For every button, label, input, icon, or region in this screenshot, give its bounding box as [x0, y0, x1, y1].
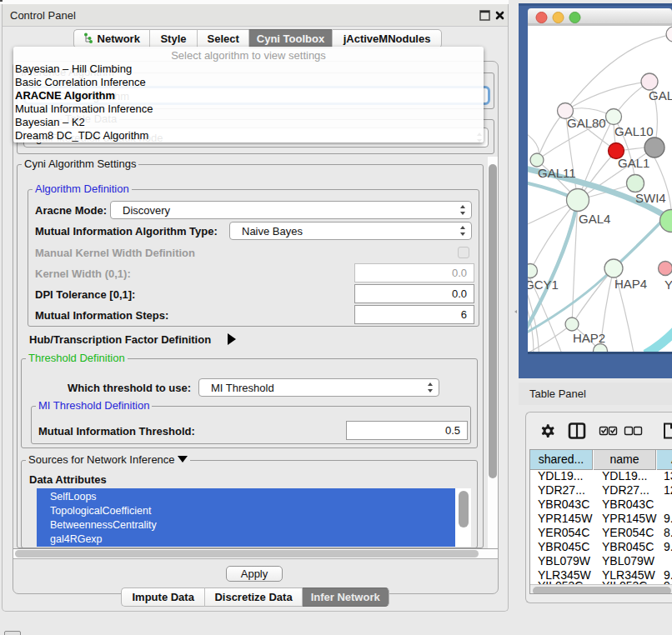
svg-text:GAL7: GAL7 — [649, 88, 672, 102]
svg-text:Y: Y — [664, 278, 672, 292]
svg-text:GAL80: GAL80 — [567, 116, 606, 130]
svg-text:HAP4: HAP4 — [614, 277, 647, 291]
svg-text:SWI4: SWI4 — [635, 191, 666, 205]
svg-text:GAL11: GAL11 — [538, 166, 576, 180]
svg-text:GAL1: GAL1 — [618, 156, 649, 170]
svg-text:GAL10: GAL10 — [614, 124, 654, 138]
svg-text:HAP2: HAP2 — [573, 331, 605, 345]
svg-text:GCY1: GCY1 — [524, 278, 559, 292]
svg-text:GAL4: GAL4 — [579, 212, 610, 226]
